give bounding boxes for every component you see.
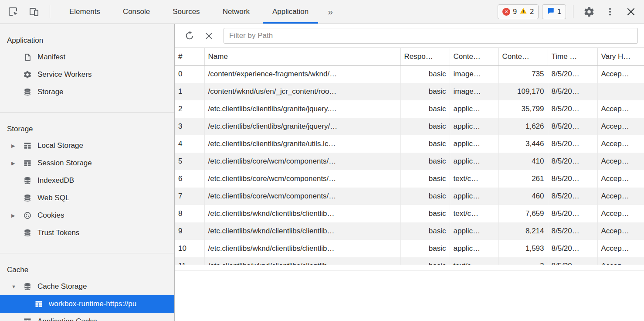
cell-time-cached[interactable]: 8/5/20… xyxy=(548,100,597,118)
cell-name[interactable]: /content/wknd/us/en/_jcr_content/roo… xyxy=(204,83,400,100)
cell-index[interactable]: 0 xyxy=(175,65,204,83)
cell-index[interactable]: 6 xyxy=(175,170,204,188)
sidebar-item-trust-tokens[interactable]: Trust Tokens xyxy=(0,224,174,242)
cell-index[interactable]: 9 xyxy=(175,222,204,240)
tab-application[interactable]: Application xyxy=(261,0,320,24)
tab-elements[interactable]: Elements xyxy=(58,0,112,24)
sidebar-item-application-cache[interactable]: Application Cache xyxy=(0,313,174,321)
collapsed-triangle-icon[interactable]: ▶ xyxy=(11,160,23,166)
tab-console[interactable]: Console xyxy=(112,0,161,24)
cell-response-type[interactable]: basic xyxy=(400,170,450,188)
device-toolbar-button[interactable] xyxy=(25,3,43,20)
cell-content-type[interactable]: applic… xyxy=(450,135,498,153)
errors-warnings-badge[interactable]: ✕ 9 2 xyxy=(498,4,539,19)
column-header-vary-header[interactable]: Vary H… xyxy=(597,48,644,65)
cell-vary-header[interactable]: Accep… xyxy=(597,222,644,240)
cell-vary-header[interactable]: Accep… xyxy=(597,205,644,222)
cell-index[interactable]: 3 xyxy=(175,118,204,135)
cache-entry-row[interactable]: 2 /etc.clientlibs/clientlibs/granite/jqu… xyxy=(175,100,644,118)
cell-response-type[interactable]: basic xyxy=(400,135,450,153)
sidebar-item-cache-storage[interactable]: ▼ Cache Storage xyxy=(0,278,174,295)
cell-content-length[interactable]: 2 xyxy=(498,257,548,265)
cell-name[interactable]: /etc.clientlibs/core/wcm/components/… xyxy=(204,170,400,188)
delete-selected-button[interactable] xyxy=(200,27,217,44)
cell-vary-header[interactable]: Accep… xyxy=(597,100,644,118)
cell-vary-header[interactable]: Accep… xyxy=(597,153,644,170)
sidebar-item-service-workers[interactable]: Service Workers xyxy=(0,66,174,83)
cell-response-type[interactable]: basic xyxy=(400,83,450,100)
sidebar-item-manifest[interactable]: Manifest xyxy=(0,48,174,66)
cell-content-type[interactable]: applic… xyxy=(450,188,498,205)
cell-content-length[interactable]: 8,214 xyxy=(498,222,548,240)
cell-index[interactable]: 8 xyxy=(175,205,204,222)
cell-content-type[interactable]: applic… xyxy=(450,100,498,118)
cell-time-cached[interactable]: 8/5/20… xyxy=(548,257,597,265)
close-devtools-button[interactable] xyxy=(622,3,640,20)
column-header-name[interactable]: Name xyxy=(204,48,400,65)
cache-entry-row[interactable]: 6 /etc.clientlibs/core/wcm/components/… … xyxy=(175,170,644,188)
cell-content-type[interactable]: applic… xyxy=(450,118,498,135)
cell-response-type[interactable]: basic xyxy=(400,153,450,170)
collapsed-triangle-icon[interactable]: ▶ xyxy=(11,213,23,219)
grid-preview-splitter[interactable] xyxy=(175,265,644,270)
cell-name[interactable]: /etc.clientlibs/wknd/clientlibs/clientli… xyxy=(204,222,400,240)
collapsed-triangle-icon[interactable]: ▶ xyxy=(11,143,23,149)
cell-time-cached[interactable]: 8/5/20… xyxy=(548,240,597,257)
more-tabs-button[interactable]: » xyxy=(320,0,341,24)
cell-index[interactable]: 2 xyxy=(175,100,204,118)
cell-response-type[interactable]: basic xyxy=(400,257,450,265)
cell-name[interactable]: /etc.clientlibs/clientlibs/granite/jquer… xyxy=(204,118,400,135)
cell-vary-header[interactable] xyxy=(597,83,644,100)
tab-sources[interactable]: Sources xyxy=(161,0,211,24)
cell-content-length[interactable]: 1,593 xyxy=(498,240,548,257)
cache-entry-row[interactable]: 0 /content/experience-fragments/wknd/… b… xyxy=(175,65,644,83)
cell-vary-header[interactable]: Accep… xyxy=(597,118,644,135)
cell-time-cached[interactable]: 8/5/20… xyxy=(548,153,597,170)
column-header-content-length[interactable]: Conte… xyxy=(498,48,548,65)
cell-content-length[interactable]: 735 xyxy=(498,65,548,83)
cell-content-length[interactable]: 7,659 xyxy=(498,205,548,222)
cell-response-type[interactable]: basic xyxy=(400,118,450,135)
cell-response-type[interactable]: basic xyxy=(400,205,450,222)
cell-response-type[interactable]: basic xyxy=(400,100,450,118)
sidebar-item-session-storage[interactable]: ▶ Session Storage xyxy=(0,154,174,172)
cell-content-length[interactable]: 460 xyxy=(498,188,548,205)
cell-content-length[interactable]: 1,626 xyxy=(498,118,548,135)
cell-content-length[interactable]: 261 xyxy=(498,170,548,188)
cell-time-cached[interactable]: 8/5/20… xyxy=(548,118,597,135)
expanded-triangle-icon[interactable]: ▼ xyxy=(11,284,23,289)
sidebar-item-cookies[interactable]: ▶ Cookies xyxy=(0,207,174,224)
cell-name[interactable]: /etc.clientlibs/wknd/clientlibs/clientli… xyxy=(204,240,400,257)
column-header-content-type[interactable]: Conte… xyxy=(450,48,498,65)
cell-index[interactable]: 7 xyxy=(175,188,204,205)
cell-time-cached[interactable]: 8/5/20… xyxy=(548,170,597,188)
cell-index[interactable]: 10 xyxy=(175,240,204,257)
cell-name[interactable]: /etc.clientlibs/core/wcm/components/… xyxy=(204,188,400,205)
cell-index[interactable]: 11 xyxy=(175,257,204,265)
cache-entry-row[interactable]: 7 /etc.clientlibs/core/wcm/components/… … xyxy=(175,188,644,205)
cell-content-type[interactable]: image… xyxy=(450,83,498,100)
issues-badge[interactable]: 1 xyxy=(542,4,566,19)
sidebar-item-web-sql[interactable]: Web SQL xyxy=(0,189,174,207)
cell-index[interactable]: 4 xyxy=(175,135,204,153)
cache-entry-row[interactable]: 10 /etc.clientlibs/wknd/clientlibs/clien… xyxy=(175,240,644,257)
cell-name[interactable]: /content/experience-fragments/wknd/… xyxy=(204,65,400,83)
cell-response-type[interactable]: basic xyxy=(400,222,450,240)
cell-content-type[interactable]: text/c… xyxy=(450,257,498,265)
cell-name[interactable]: /etc.clientlibs/core/wcm/components/… xyxy=(204,153,400,170)
cache-entry-row[interactable]: 3 /etc.clientlibs/clientlibs/granite/jqu… xyxy=(175,118,644,135)
cell-response-type[interactable]: basic xyxy=(400,65,450,83)
refresh-button[interactable] xyxy=(181,27,198,44)
cell-time-cached[interactable]: 8/5/20… xyxy=(548,205,597,222)
cell-time-cached[interactable]: 8/5/20… xyxy=(548,222,597,240)
cache-entry-row[interactable]: 9 /etc.clientlibs/wknd/clientlibs/client… xyxy=(175,222,644,240)
cell-vary-header[interactable]: Accep… xyxy=(597,188,644,205)
tab-network[interactable]: Network xyxy=(211,0,261,24)
cache-entry-row[interactable]: 4 /etc.clientlibs/clientlibs/granite/uti… xyxy=(175,135,644,153)
cache-entry-row[interactable]: 8 /etc.clientlibs/wknd/clientlibs/client… xyxy=(175,205,644,222)
filter-by-path-input[interactable] xyxy=(224,28,638,44)
sidebar-item-indexeddb[interactable]: IndexedDB xyxy=(0,172,174,189)
cell-index[interactable]: 5 xyxy=(175,153,204,170)
column-header-index[interactable]: # xyxy=(175,48,204,65)
cell-response-type[interactable]: basic xyxy=(400,240,450,257)
